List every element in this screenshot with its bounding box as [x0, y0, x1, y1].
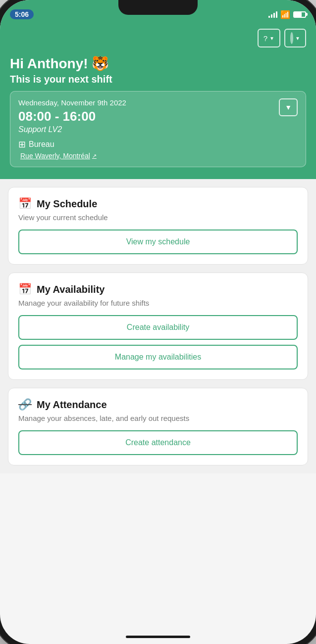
- availability-title: My Availability: [37, 284, 105, 295]
- schedule-title: My Schedule: [37, 198, 97, 210]
- status-time: 5:06: [10, 9, 34, 19]
- greeting-text: Hi Anthony! 🐯: [10, 55, 306, 72]
- shift-date: Wednesday, November 9th 2022: [18, 98, 279, 107]
- content-section: 📅 My Schedule View your current schedule…: [0, 179, 316, 473]
- battery-icon: [293, 11, 306, 18]
- view-schedule-button[interactable]: View my schedule: [18, 230, 298, 254]
- shift-role: Support LV2: [18, 125, 279, 134]
- building-icon: ⊞: [18, 139, 26, 150]
- attendance-card: 🔗 My Attendance Manage your absences, la…: [8, 388, 308, 465]
- phone-frame: 5:06 📶 ? ▼ ▼ Hi Anthony!: [0, 0, 316, 644]
- create-availability-button[interactable]: Create availability: [18, 315, 298, 340]
- avatar: [290, 32, 293, 44]
- availability-icon: 📅: [18, 283, 32, 296]
- manage-availabilities-button[interactable]: Manage my availabilities: [18, 345, 298, 369]
- attendance-icon: 🔗: [18, 398, 32, 411]
- shift-time: 08:00 - 16:00: [18, 109, 279, 124]
- shift-location: ⊞ Bureau: [18, 139, 279, 150]
- chevron-down-icon: ▼: [285, 103, 292, 111]
- create-attendance-button[interactable]: Create attendance: [18, 430, 298, 455]
- external-link-icon: ↗: [92, 153, 97, 159]
- notch: [118, 0, 198, 15]
- header-section: ? ▼ ▼ Hi Anthony! 🐯 This is your next sh…: [0, 25, 316, 179]
- location-name: Bureau: [29, 140, 54, 149]
- next-shift-label: This is your next shift: [10, 74, 306, 85]
- schedule-subtitle: View your current schedule: [18, 213, 298, 222]
- home-indicator: [126, 636, 190, 638]
- status-icons: 📶: [268, 10, 306, 19]
- schedule-card: 📅 My Schedule View your current schedule…: [8, 187, 308, 265]
- availability-subtitle: Manage your availability for future shif…: [18, 299, 298, 307]
- attendance-title: My Attendance: [37, 399, 107, 411]
- location-address[interactable]: Rue Waverly, Montréal ↗: [20, 152, 279, 160]
- user-menu-button[interactable]: ▼: [284, 29, 306, 47]
- chevron-down-icon: ▼: [269, 36, 274, 41]
- help-button[interactable]: ? ▼: [258, 29, 280, 47]
- chevron-down-icon: ▼: [295, 36, 300, 41]
- shift-card: Wednesday, November 9th 2022 08:00 - 16:…: [10, 91, 306, 167]
- header-toolbar: ? ▼ ▼: [10, 29, 306, 47]
- shift-dropdown-button[interactable]: ▼: [279, 98, 298, 116]
- signal-bars-icon: [268, 11, 277, 18]
- schedule-icon: 📅: [18, 197, 32, 210]
- wifi-icon: 📶: [280, 10, 290, 19]
- attendance-subtitle: Manage your absences, late, and early ou…: [18, 414, 298, 422]
- availability-card: 📅 My Availability Manage your availabili…: [8, 273, 308, 380]
